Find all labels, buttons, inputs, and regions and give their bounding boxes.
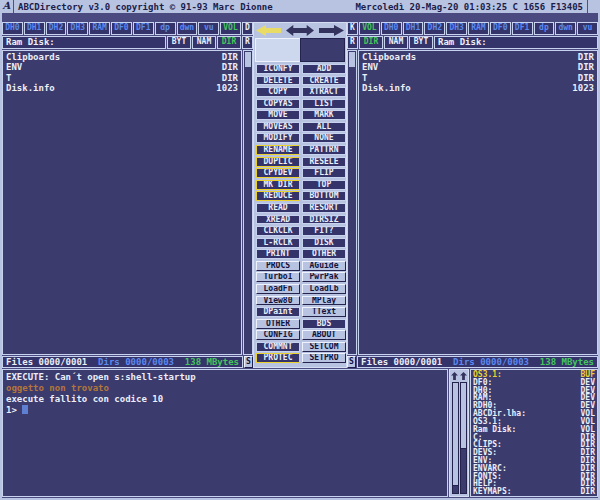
cmd-button-rename[interactable]: RENAME xyxy=(256,145,300,155)
cmd-button-read[interactable]: READ xyxy=(256,203,300,213)
scrollbar[interactable] xyxy=(460,382,467,494)
cmd-button-print[interactable]: PRINT xyxy=(256,249,300,259)
sort-button-r[interactable]: R xyxy=(242,36,253,49)
right-select-button[interactable]: S xyxy=(347,356,356,368)
sort-button-byt[interactable]: BYT xyxy=(409,36,433,49)
cmd-button-other[interactable]: OTHER xyxy=(302,249,346,259)
drive-button-df1[interactable]: DF1 xyxy=(133,22,154,35)
right-list-scrollbar[interactable] xyxy=(347,50,357,355)
drive-button-dwn[interactable]: dwn xyxy=(177,22,198,35)
cmd-button-other[interactable]: OTHER xyxy=(256,319,300,329)
drive-button-dh1[interactable]: DH1 xyxy=(24,22,45,35)
drive-button-vu[interactable]: vu xyxy=(198,22,219,35)
drive-button-vol[interactable]: VOL xyxy=(359,22,380,35)
drive-button-k[interactable]: K xyxy=(347,22,358,35)
cmd-button-duplic[interactable]: DUPLIC xyxy=(256,157,300,167)
cmd-button-create[interactable]: CREATE xyxy=(302,76,346,86)
file-row[interactable]: ClipboardsDIR xyxy=(3,52,241,62)
cmd-button-resort[interactable]: RESORT xyxy=(302,203,346,213)
cmd-button-config[interactable]: CONFIG xyxy=(256,330,300,340)
cmd-button-protec[interactable]: PROTEC xyxy=(256,353,300,363)
cmd-button-resele[interactable]: RESELE xyxy=(302,157,346,167)
swap-panels-arrow-icon[interactable] xyxy=(286,25,314,36)
cmd-button-loadlb[interactable]: LoadLb xyxy=(302,284,346,294)
volume-list-scroll-gadget[interactable] xyxy=(449,369,469,497)
scroll-up-arrows[interactable] xyxy=(450,370,468,380)
file-row[interactable]: TDIR xyxy=(3,73,241,83)
drive-button-dh2[interactable]: DH2 xyxy=(46,22,67,35)
cmd-button-cpydev[interactable]: CPYDEV xyxy=(256,168,300,178)
volume-row[interactable]: Ram Disk:VOL xyxy=(473,426,595,434)
cmd-button-setcom[interactable]: SETCOM xyxy=(302,342,346,352)
cmd-button-procs[interactable]: PROCS xyxy=(256,261,300,271)
drive-button-d[interactable]: D xyxy=(242,22,253,35)
cmd-button-pattrn[interactable]: PATTRN xyxy=(302,145,346,155)
cmd-button-l-rclk[interactable]: L-RCLK xyxy=(256,238,300,248)
sort-button-nam[interactable]: NAM xyxy=(384,36,408,49)
file-row[interactable]: ENVDIR xyxy=(3,62,241,72)
cmd-button-dirsiz[interactable]: DIRSIZ xyxy=(302,215,346,225)
cmd-button-all[interactable]: ALL xyxy=(302,122,346,132)
file-row[interactable]: Disk.info1023 xyxy=(3,83,241,93)
left-select-button[interactable]: S xyxy=(244,356,253,368)
up-arrow-icon[interactable] xyxy=(451,372,458,380)
cmd-button-about[interactable]: ABOUT xyxy=(302,330,346,340)
file-row[interactable]: ENVDIR xyxy=(359,62,597,72)
cmd-button-loadfn[interactable]: LoadFn xyxy=(256,284,300,294)
file-row[interactable]: ClipboardsDIR xyxy=(359,52,597,62)
drive-button-dh1[interactable]: DH1 xyxy=(403,22,424,35)
cmd-button-move[interactable]: MOVE xyxy=(256,110,300,120)
cmd-button-turboi[interactable]: TurboI xyxy=(256,272,300,282)
cmd-button-copy[interactable]: COPY xyxy=(256,87,300,97)
scrollbar[interactable] xyxy=(452,382,459,494)
scrollbar-thumb[interactable] xyxy=(245,52,251,67)
copy-right-arrow-icon[interactable] xyxy=(319,25,344,36)
cmd-button-fit[interactable]: FIT? xyxy=(302,226,346,236)
drive-button-dh0[interactable]: DH0 xyxy=(381,22,402,35)
cmd-button-bottom[interactable]: BOTTOM xyxy=(302,191,346,201)
cmd-button-mk-dir[interactable]: MK DIR xyxy=(256,180,300,190)
cmd-button-none[interactable]: NONE xyxy=(302,133,346,143)
file-row[interactable]: Disk.info1023 xyxy=(359,83,597,93)
sort-button-nam[interactable]: NAM xyxy=(192,36,216,49)
cmd-button-clkclk[interactable]: CLKCLK xyxy=(256,226,300,236)
cmd-button-dpaint[interactable]: DPaint xyxy=(256,307,300,317)
cmd-button-setpro[interactable]: SETPRO xyxy=(302,353,346,363)
cmd-button-xtract[interactable]: XTRACT xyxy=(302,87,346,97)
drive-button-dwn[interactable]: dwn xyxy=(555,22,576,35)
cmd-button-reduce[interactable]: REDUCE xyxy=(256,191,300,201)
drive-button-dp[interactable]: dp xyxy=(534,22,555,35)
scrollbar-thumb[interactable] xyxy=(453,383,458,486)
cmd-button-commnt[interactable]: COMMNT xyxy=(256,342,300,352)
cmd-button-bds[interactable]: BDS xyxy=(302,319,346,329)
cmd-button-list[interactable]: LIST xyxy=(302,99,346,109)
sort-button-dir[interactable]: DIR xyxy=(217,36,241,49)
file-row[interactable]: TDIR xyxy=(359,73,597,83)
drive-button-dh0[interactable]: DH0 xyxy=(2,22,23,35)
drive-button-ram[interactable]: RAM xyxy=(468,22,489,35)
scrollbar-thumb[interactable] xyxy=(349,52,355,67)
cmd-button-flip[interactable]: FLIP xyxy=(302,168,346,178)
console-prompt[interactable]: 1> xyxy=(6,405,444,416)
drive-button-dh3[interactable]: DH3 xyxy=(67,22,88,35)
cmd-button-modify[interactable]: MODIFY xyxy=(256,133,300,143)
drive-button-df0[interactable]: DF0 xyxy=(111,22,132,35)
left-file-list[interactable]: ClipboardsDIRENVDIRTDIRDisk.info1023 xyxy=(2,50,242,355)
scrollbar-thumb[interactable] xyxy=(461,383,466,449)
path-field[interactable]: Ram Disk: xyxy=(434,36,598,49)
drive-button-dh3[interactable]: DH3 xyxy=(446,22,467,35)
cmd-button-ttext[interactable]: TText xyxy=(302,307,346,317)
shell-console[interactable]: EXECUTE: Can´t open s:shell-startupogget… xyxy=(2,369,448,497)
drive-button-df0[interactable]: DF0 xyxy=(490,22,511,35)
path-field[interactable]: Ram Disk: xyxy=(2,36,166,49)
drive-button-dp[interactable]: dp xyxy=(155,22,176,35)
drive-button-df1[interactable]: DF1 xyxy=(512,22,533,35)
cmd-button-xread[interactable]: XREAD xyxy=(256,215,300,225)
left-list-scrollbar[interactable] xyxy=(243,50,253,355)
cmd-button-top[interactable]: TOP xyxy=(302,180,346,190)
cmd-button-mark[interactable]: MARK xyxy=(302,110,346,120)
depth-gadget[interactable] xyxy=(587,0,600,13)
volumes-list[interactable]: OS3.1:BUFDF0:DEVDH0:DEVRAM:DEVRDH0:DEVAB… xyxy=(470,369,598,497)
drive-button-vol[interactable]: VOL xyxy=(220,22,241,35)
drive-button-vu[interactable]: vu xyxy=(577,22,598,35)
